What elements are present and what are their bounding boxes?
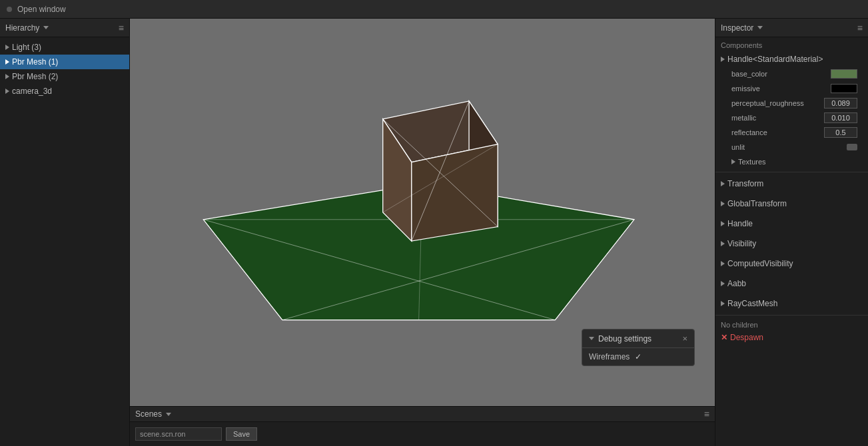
metallic-label: metallic (731, 114, 756, 122)
3d-viewport[interactable]: Debug settings × Wireframes ✓ (130, 19, 715, 406)
despawn-button[interactable]: ✕ Despawn (715, 330, 868, 345)
unlit-toggle[interactable] (847, 144, 857, 150)
expand-icon-light (5, 45, 9, 50)
section-label: Aabb (727, 279, 746, 288)
section-header[interactable]: ComputedVisibility (721, 256, 863, 271)
section-computedvisibility[interactable]: ComputedVisibility (715, 254, 868, 274)
inspector-chevron-icon[interactable] (757, 26, 763, 29)
section-raycastmesh-editorpickingset-[interactable]: RayCastMesh (715, 294, 868, 314)
section-visibility[interactable]: Visibility (715, 234, 868, 254)
reflectance-input[interactable] (824, 127, 857, 138)
material-header[interactable]: Handle<StandardMaterial> (721, 52, 863, 67)
hierarchy-menu-icon[interactable]: ≡ (119, 23, 124, 33)
scenes-chevron-icon[interactable] (166, 413, 171, 416)
item-label-pbr-mesh-1: Pbr Mesh (1) (12, 57, 58, 67)
material-expand-icon (721, 57, 725, 62)
inspector-title: Inspector (721, 23, 753, 33)
section-triangle-icon (721, 181, 725, 186)
unlit-label: unlit (731, 143, 745, 151)
inspector-menu-icon[interactable]: ≡ (857, 23, 863, 33)
expand-icon-pbr-mesh-1 (5, 59, 9, 65)
section-triangle-icon (721, 281, 725, 286)
hierarchy-title: Hierarchy (5, 23, 39, 33)
divider-1 (715, 172, 868, 172)
item-label-camera-3d: camera_3d (12, 87, 52, 96)
section-label: Transform (727, 179, 763, 188)
section-label: Handle (727, 219, 753, 228)
roughness-label: perceptual_roughness (731, 99, 804, 107)
textures-label: Textures (738, 158, 766, 166)
scenes-panel: Scenes ≡ Save (130, 406, 715, 446)
debug-close-button[interactable]: × (682, 334, 687, 343)
hierarchy-header: Hierarchy ≡ (0, 19, 129, 37)
inspector-panel: Inspector ≡ Components Handle<StandardMa… (715, 19, 868, 446)
prop-metallic-row: metallic (721, 111, 863, 125)
prop-emissive-row: emissive (721, 81, 863, 96)
prop-unlit-row: unlit (721, 140, 863, 154)
section-header[interactable]: RayCastMesh (721, 296, 863, 311)
debug-chevron-icon (589, 337, 594, 340)
viewport-area: Debug settings × Wireframes ✓ Scenes (130, 19, 715, 446)
divider-2 (715, 315, 868, 316)
material-name: Handle<StandardMaterial> (727, 55, 823, 64)
scenes-header: Scenes ≡ (130, 407, 715, 422)
section-triangle-icon (721, 201, 725, 206)
emissive-label: emissive (731, 85, 760, 93)
hierarchy-item-light[interactable]: Light (3) (0, 40, 129, 55)
section-triangle-icon (721, 261, 725, 266)
hierarchy-item-pbr-mesh-1[interactable]: Pbr Mesh (1) (0, 55, 129, 69)
section-header[interactable]: GlobalTransform (721, 196, 863, 211)
no-children-label: No children (715, 317, 868, 330)
base-color-swatch[interactable] (831, 69, 857, 79)
prop-base-color-row: base_color (721, 67, 863, 81)
section-aabb[interactable]: Aabb (715, 274, 868, 294)
main-layout: Hierarchy ≡ Light (3)Pbr Mesh (1)Pbr Mes… (0, 19, 868, 446)
hierarchy-item-camera-3d[interactable]: camera_3d (0, 84, 129, 99)
scenes-menu-icon[interactable]: ≡ (704, 409, 709, 419)
hierarchy-items: Light (3)Pbr Mesh (1)Pbr Mesh (2)camera_… (0, 37, 129, 446)
section-header[interactable]: Transform (721, 176, 863, 191)
hierarchy-header-left: Hierarchy (5, 23, 49, 33)
section-handle-mesh-[interactable]: Handle (715, 214, 868, 234)
item-label-light: Light (3) (12, 43, 41, 52)
despawn-x-icon: ✕ (721, 333, 727, 342)
section-globaltransform[interactable]: GlobalTransform (715, 194, 868, 214)
prop-reflectance-row: reflectance (721, 125, 863, 140)
scenes-content: Save (130, 422, 715, 446)
reflectance-label: reflectance (731, 128, 767, 136)
textures-expand-icon (731, 159, 735, 164)
wireframes-check-icon[interactable]: ✓ (635, 352, 642, 361)
hierarchy-item-pbr-mesh-2[interactable]: Pbr Mesh (2) (0, 69, 129, 84)
debug-title: Debug settings (598, 334, 651, 343)
expand-icon-pbr-mesh-2 (5, 74, 9, 79)
despawn-label: Despawn (730, 333, 763, 342)
debug-popup-content: Wireframes ✓ (582, 348, 694, 365)
emissive-swatch[interactable] (831, 84, 857, 93)
section-header[interactable]: Visibility (721, 236, 863, 251)
hierarchy-chevron-icon[interactable] (43, 26, 49, 29)
scenes-title: Scenes (135, 409, 162, 419)
section-header[interactable]: Aabb (721, 276, 863, 291)
debug-popup-header-left: Debug settings (589, 334, 651, 343)
save-button[interactable]: Save (226, 427, 257, 441)
section-label: Visibility (727, 239, 756, 248)
section-transform[interactable]: Transform (715, 174, 868, 194)
components-label: Components (715, 37, 868, 51)
debug-popup: Debug settings × Wireframes ✓ (582, 329, 695, 366)
section-triangle-icon (721, 301, 725, 306)
metallic-input[interactable] (824, 112, 857, 123)
material-block: Handle<StandardMaterial> base_color emis… (715, 51, 868, 170)
inspector-header: Inspector ≡ (715, 19, 868, 37)
inspector-header-left: Inspector (721, 23, 763, 33)
section-header[interactable]: Handle (721, 216, 863, 231)
debug-wireframes-row: Wireframes ✓ (589, 352, 687, 361)
section-triangle-icon (721, 221, 725, 226)
scene-filename-input[interactable] (135, 427, 222, 441)
base-color-label: base_color (731, 70, 767, 78)
inspector-sections: Transform GlobalTransform Handle Visibil… (715, 174, 868, 314)
textures-row[interactable]: Textures (721, 154, 863, 169)
section-triangle-icon (721, 241, 725, 246)
expand-icon-camera-3d (5, 89, 9, 94)
hierarchy-panel: Hierarchy ≡ Light (3)Pbr Mesh (1)Pbr Mes… (0, 19, 130, 446)
roughness-input[interactable] (824, 98, 857, 109)
